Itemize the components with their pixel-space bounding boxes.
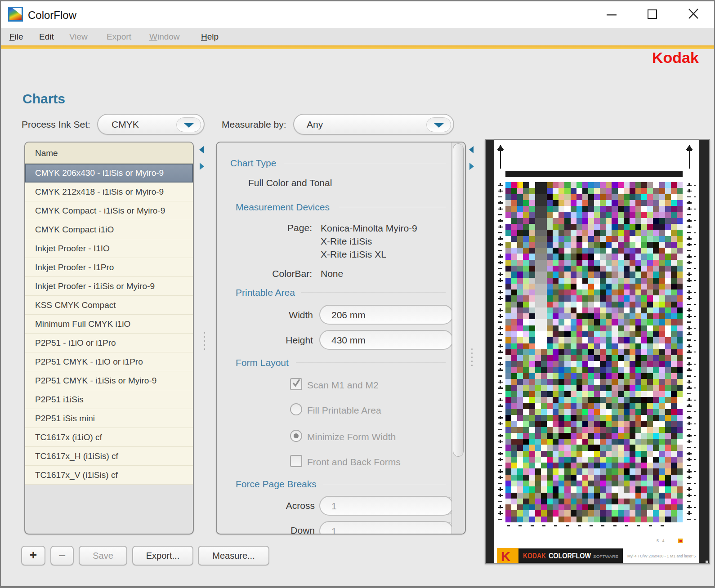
svg-text:KODAK: KODAK bbox=[523, 552, 546, 560]
svg-text:COLORFLOW: COLORFLOW bbox=[549, 552, 591, 560]
svg-text:Myi 4 TC/W 206x430 - 1 M1 and: Myi 4 TC/W 206x430 - 1 M1 and layer 5 bbox=[627, 554, 696, 558]
svg-text:SOFTWARE: SOFTWARE bbox=[593, 554, 618, 559]
svg-text:K: K bbox=[501, 549, 510, 563]
svg-text:5 4: 5 4 bbox=[657, 539, 665, 543]
